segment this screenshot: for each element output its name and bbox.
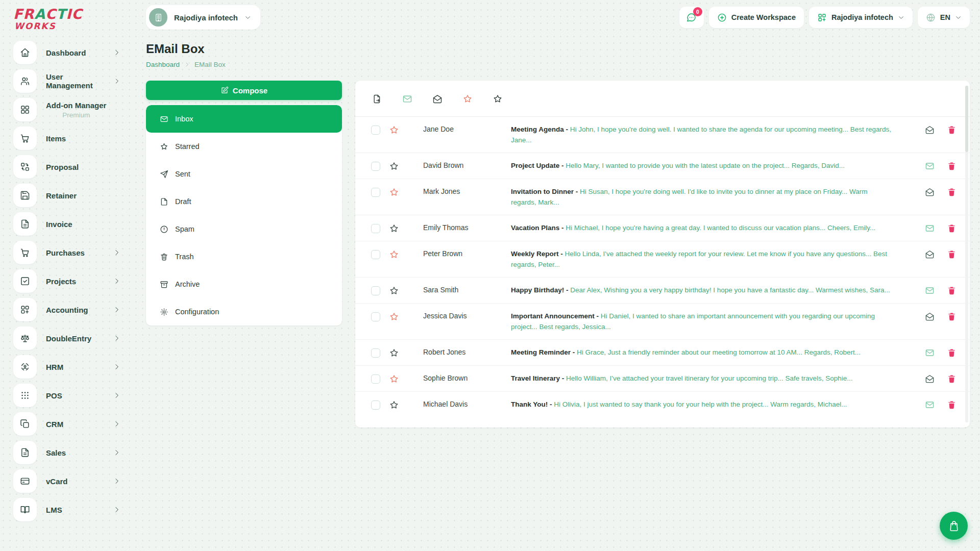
- star-icon[interactable]: [389, 223, 399, 234]
- sidebar-item-label: CRM: [46, 420, 63, 429]
- delete-icon[interactable]: [947, 312, 957, 321]
- folder-spam[interactable]: Spam: [146, 215, 342, 243]
- email-checkbox[interactable]: [371, 400, 380, 410]
- email-subject: Invitation to Dinner -: [511, 188, 580, 195]
- sidebar-item-retainer[interactable]: Retainer: [13, 184, 120, 207]
- star-icon[interactable]: [389, 249, 399, 260]
- delete-icon[interactable]: [947, 286, 957, 295]
- folder-inbox[interactable]: Inbox: [146, 105, 342, 133]
- file-export-icon[interactable]: [372, 94, 382, 104]
- sidebar-item-pos[interactable]: POS: [13, 384, 120, 407]
- star-selected-icon[interactable]: [462, 94, 473, 104]
- email-row-david-brown[interactable]: David Brown Project Update - Hello Mary,…: [355, 153, 970, 179]
- star-icon[interactable]: [389, 312, 399, 322]
- chevron-right-icon: [113, 335, 120, 342]
- store-fab-button[interactable]: [940, 512, 968, 540]
- email-checkbox[interactable]: [371, 224, 380, 233]
- brand-logo[interactable]: FRACTIC WORKS: [13, 7, 128, 31]
- sidebar-item-crm[interactable]: CRM: [13, 412, 120, 436]
- star-icon[interactable]: [389, 286, 399, 296]
- email-checkbox[interactable]: [371, 188, 380, 197]
- email-sender: Robert Jones: [423, 347, 511, 356]
- sidebar-item-label: Projects: [46, 277, 76, 286]
- compose-button[interactable]: Compose: [146, 81, 342, 100]
- sidebar-item-sales[interactable]: Sales: [13, 441, 120, 464]
- mark-read-icon[interactable]: [432, 94, 443, 104]
- email-row-mark-jones[interactable]: Mark Jones Invitation to Dinner - Hi Sus…: [355, 179, 970, 215]
- delete-icon[interactable]: [947, 400, 957, 410]
- email-checkbox[interactable]: [371, 162, 380, 171]
- folder-sent[interactable]: Sent: [146, 160, 342, 188]
- star-icon[interactable]: [389, 374, 399, 384]
- mark-unread-icon[interactable]: [402, 94, 412, 104]
- star-icon[interactable]: [389, 161, 399, 171]
- email-row-peter-brown[interactable]: Peter Brown Weekly Report - Hello Linda,…: [355, 241, 970, 278]
- folder-label: Configuration: [175, 308, 219, 316]
- folder-archive[interactable]: Archive: [146, 270, 342, 298]
- sidebar-item-user-management[interactable]: User Management: [13, 69, 120, 93]
- star-icon[interactable]: [389, 400, 399, 410]
- sidebar-item-proposal[interactable]: Proposal: [13, 155, 120, 179]
- email-row-actions: [925, 285, 957, 295]
- delete-icon[interactable]: [947, 374, 957, 384]
- workspace-selector[interactable]: Rajodiya infotech: [146, 5, 260, 30]
- sidebar-item-add-on-manager[interactable]: Add-on Manager Premium: [13, 98, 120, 121]
- mail-open-icon[interactable]: [925, 249, 935, 259]
- email-checkbox[interactable]: [371, 312, 380, 321]
- email-checkbox[interactable]: [371, 348, 380, 358]
- delete-icon[interactable]: [947, 223, 957, 233]
- sidebar-item-lms[interactable]: LMS: [13, 498, 120, 521]
- delete-icon[interactable]: [947, 249, 957, 259]
- email-checkbox[interactable]: [371, 374, 380, 384]
- organization-selector[interactable]: Rajodiya infotech: [809, 7, 913, 28]
- messenger-button[interactable]: 0: [679, 7, 704, 28]
- workspace-name: Rajodiya infotech: [174, 13, 238, 22]
- mail-open-icon[interactable]: [925, 374, 935, 384]
- sidebar-item-purchases[interactable]: Purchases: [13, 241, 120, 264]
- email-row-robert-jones[interactable]: Robert Jones Meeting Reminder - Hi Grace…: [355, 340, 970, 366]
- folder-draft[interactable]: Draft: [146, 188, 342, 215]
- email-row-jane-doe[interactable]: Jane Doe Meeting Agenda - Hi John, I hop…: [355, 117, 970, 153]
- mail-open-icon[interactable]: [925, 312, 935, 321]
- mail-open-icon[interactable]: [925, 125, 935, 135]
- delete-icon[interactable]: [947, 161, 957, 171]
- sidebar-item-accounting[interactable]: Accounting: [13, 298, 120, 321]
- sidebar-item-items[interactable]: Items: [13, 127, 120, 150]
- delete-icon[interactable]: [947, 187, 957, 197]
- star-icon[interactable]: [389, 348, 399, 358]
- folder-trash[interactable]: Trash: [146, 243, 342, 270]
- star-unselected-icon[interactable]: [493, 94, 503, 104]
- email-checkbox[interactable]: [371, 250, 380, 259]
- folder-configuration[interactable]: Configuration: [146, 298, 342, 325]
- email-row-sophie-brown[interactable]: Sophie Brown Travel Itinerary - Hello Wi…: [355, 366, 970, 392]
- mail-closed-icon[interactable]: [925, 161, 935, 171]
- mail-closed-icon[interactable]: [925, 223, 935, 233]
- star-icon[interactable]: [389, 125, 399, 135]
- email-checkbox[interactable]: [371, 126, 380, 135]
- mail-closed-icon[interactable]: [925, 400, 935, 410]
- mail-closed-icon[interactable]: [925, 286, 935, 295]
- scrollbar-thumb[interactable]: [965, 86, 968, 152]
- email-row-michael-davis[interactable]: Michael Davis Thank You! - Hi Olivia, I …: [355, 392, 970, 417]
- sidebar-item-vcard[interactable]: vCard: [13, 469, 120, 493]
- sidebar-item-invoice[interactable]: Invoice: [13, 212, 120, 236]
- delete-icon[interactable]: [947, 348, 957, 358]
- sidebar-item-projects[interactable]: Projects: [13, 269, 120, 293]
- email-checkbox[interactable]: [371, 286, 380, 295]
- email-row-sara-smith[interactable]: Sara Smith Happy Birthday! - Dear Alex, …: [355, 278, 970, 304]
- breadcrumb-dashboard[interactable]: Dashboard: [146, 61, 180, 68]
- create-workspace-button[interactable]: Create Workspace: [709, 7, 804, 28]
- folder-starred[interactable]: Starred: [146, 133, 342, 160]
- email-row-jessica-davis[interactable]: Jessica Davis Important Announcement - H…: [355, 304, 970, 340]
- delete-icon[interactable]: [947, 125, 957, 135]
- sidebar-item-dashboard[interactable]: Dashboard: [13, 41, 120, 64]
- sidebar-item-hrm[interactable]: HRM: [13, 355, 120, 379]
- mail-open-icon[interactable]: [925, 187, 935, 197]
- email-sender: Emily Thomas: [423, 222, 511, 232]
- email-row-emily-thomas[interactable]: Emily Thomas Vacation Plans - Hi Michael…: [355, 215, 970, 241]
- language-selector[interactable]: EN: [918, 7, 970, 28]
- email-list-scrollbar[interactable]: [965, 86, 968, 422]
- star-icon[interactable]: [389, 187, 399, 197]
- sidebar-item-doubleentry[interactable]: DoubleEntry: [13, 327, 120, 350]
- mail-closed-icon[interactable]: [925, 348, 935, 358]
